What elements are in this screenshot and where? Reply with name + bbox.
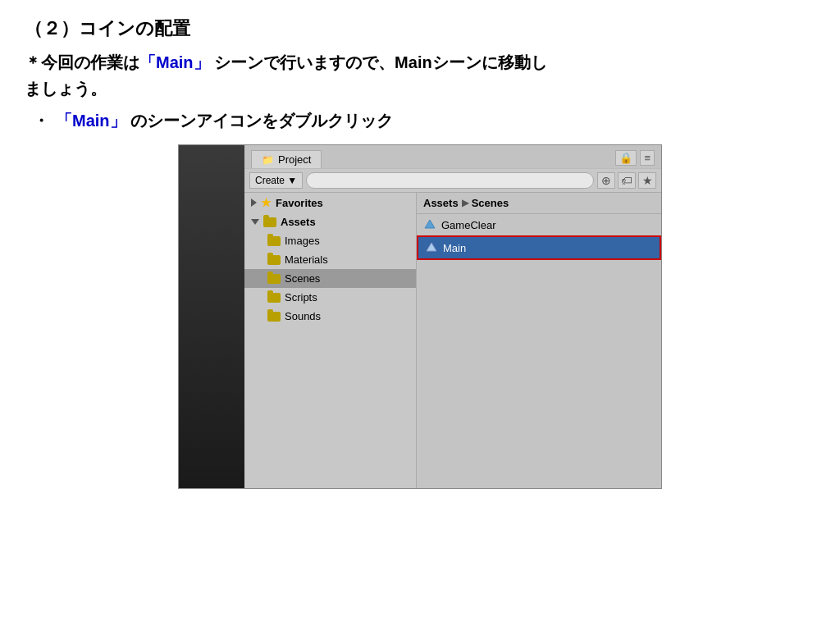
project-tab[interactable]: 📁 Project (251, 150, 322, 168)
project-tab-bar: 📁 Project 🔒 ≡ (244, 145, 661, 168)
note-line2: ましょう。 (25, 80, 107, 98)
right-item-gameclear[interactable]: GameClear (417, 214, 661, 235)
scripts-folder-icon (267, 293, 281, 303)
main-scene-icon (425, 241, 438, 254)
unity-sidebar (179, 145, 244, 488)
favorites-label: Favorites (276, 197, 323, 209)
lock-icon-btn[interactable]: 🔒 (615, 150, 637, 166)
gameclear-label: GameClear (441, 219, 495, 231)
right-item-main[interactable]: Main (417, 235, 661, 260)
favorites-item[interactable]: ★ Favorites (244, 193, 416, 212)
images-label: Images (285, 235, 320, 247)
assets-root-item[interactable]: Assets (244, 212, 416, 231)
project-tab-label: Project (278, 153, 311, 166)
tab-icons-group: 🔒 ≡ (615, 150, 655, 168)
screenshot-area: 📁 Project 🔒 ≡ Create ▼ ⊕ 🏷 ★ (25, 144, 815, 489)
scripts-label: Scripts (285, 291, 317, 304)
section-heading: （２）コインの配置 (25, 16, 815, 41)
materials-label: Materials (285, 253, 328, 266)
assets-folder-icon (263, 217, 276, 227)
tree-item-images[interactable]: Images (244, 231, 416, 250)
gameclear-scene-icon (423, 218, 436, 231)
materials-folder-icon (267, 255, 281, 265)
breadcrumb-scenes: Scenes (472, 197, 509, 209)
unity-project-panel: 📁 Project 🔒 ≡ Create ▼ ⊕ 🏷 ★ (244, 145, 661, 488)
bullet-highlight: 「Main」 (56, 112, 126, 130)
star-icon: ★ (261, 196, 272, 209)
create-button[interactable]: Create ▼ (249, 172, 303, 189)
bullet-content: 「Main」 のシーンアイコンをダブルクリック (56, 110, 393, 132)
filter-icon[interactable]: ⊕ (597, 172, 615, 189)
sounds-label: Sounds (285, 310, 321, 322)
note-prefix: ＊今回の作業は (25, 53, 139, 71)
tree-item-sounds[interactable]: Sounds (244, 307, 416, 326)
note-text: ＊今回の作業は「Main」 シーンで行いますので、Mainシーンに移動しましょう… (25, 49, 815, 102)
breadcrumb-header: Assets ▶ Scenes (417, 193, 661, 214)
sounds-folder-icon (267, 312, 281, 322)
bullet-suffix: のシーンアイコンをダブルクリック (126, 112, 394, 130)
images-folder-icon (267, 236, 281, 246)
collapse-icon (251, 219, 259, 225)
toolbar-icons: ⊕ 🏷 ★ (597, 172, 656, 189)
expand-icon (251, 199, 257, 207)
bullet-marker: ・ (33, 110, 49, 132)
tree-item-scenes[interactable]: Scenes (244, 269, 416, 288)
menu-icon-btn[interactable]: ≡ (640, 150, 655, 166)
breadcrumb-assets: Assets (423, 197, 459, 209)
right-content-pane: Assets ▶ Scenes GameClear (417, 193, 661, 488)
main-label: Main (443, 242, 466, 254)
assets-label: Assets (281, 216, 316, 228)
project-toolbar: Create ▼ ⊕ 🏷 ★ (244, 168, 661, 193)
note-highlight: 「Main」 (139, 53, 210, 71)
note-middle: シーンで行いますので、Mainシーンに移動し (210, 53, 547, 71)
scenes-folder-icon (267, 274, 281, 284)
folder-small-icon: 📁 (262, 154, 274, 166)
tag-icon[interactable]: 🏷 (618, 172, 636, 189)
search-box[interactable] (306, 172, 594, 189)
scenes-label: Scenes (285, 272, 320, 285)
bullet-instruction: ・ 「Main」 のシーンアイコンをダブルクリック (25, 110, 815, 132)
breadcrumb-arrow: ▶ (462, 198, 468, 208)
tree-item-scripts[interactable]: Scripts (244, 288, 416, 307)
tree-item-materials[interactable]: Materials (244, 250, 416, 269)
left-tree-pane: ★ Favorites Assets Images (244, 193, 417, 488)
svg-marker-0 (425, 220, 435, 228)
project-content-area: ★ Favorites Assets Images (244, 193, 661, 488)
unity-project-window: 📁 Project 🔒 ≡ Create ▼ ⊕ 🏷 ★ (178, 144, 662, 489)
svg-marker-1 (427, 243, 436, 251)
star-toolbar-icon[interactable]: ★ (638, 172, 656, 189)
